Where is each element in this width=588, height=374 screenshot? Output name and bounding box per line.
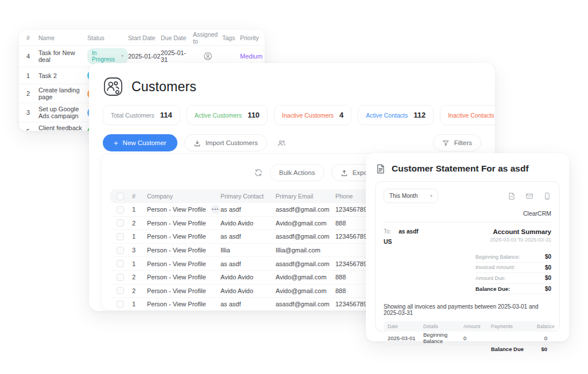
- row-checkbox[interactable]: [117, 206, 124, 213]
- stat-value: 114: [160, 111, 172, 119]
- primary-email: asasdf@gmail.com: [276, 260, 335, 267]
- task-number: 1: [26, 72, 38, 79]
- invoice-table-footer: Balance Due $0: [384, 343, 551, 354]
- select-all-checkbox[interactable]: [117, 193, 124, 200]
- priority-dropdown[interactable]: Medium ▾: [240, 53, 265, 60]
- pdf-icon[interactable]: [508, 192, 516, 200]
- row-checkbox[interactable]: [117, 247, 124, 254]
- download-icon: [194, 139, 201, 147]
- account-summary-period: 2025-03-01 To 2025-03-31: [490, 237, 551, 243]
- row-number: 1: [132, 233, 147, 240]
- col-payments: Payments: [491, 324, 537, 329]
- import-customers-button[interactable]: Import Customers: [184, 134, 267, 151]
- brand-name: ClearCRM: [384, 210, 551, 217]
- company-link[interactable]: Person - View Profile: [147, 206, 206, 213]
- stat-card-inactive-contacts: Inactive Contacts 3: [440, 105, 495, 125]
- task-start-date: 2025-01-02: [128, 53, 161, 60]
- company-link[interactable]: Person - View Profile: [147, 247, 220, 254]
- plus-icon: +: [114, 139, 118, 147]
- col-date: Date: [388, 324, 423, 329]
- row-checkbox[interactable]: [117, 219, 124, 227]
- summary-value: $0: [545, 254, 551, 260]
- col-primary-contact: Primary Contact: [220, 193, 276, 200]
- import-customers-label: Import Customers: [206, 139, 258, 146]
- filters-button[interactable]: Filters: [433, 134, 481, 151]
- summary-value: $0: [545, 286, 551, 292]
- summary-row-balance-due: Balance Due: $0: [475, 284, 551, 295]
- page-title: Customers: [131, 79, 196, 95]
- col-assigned-to: Assigned to: [193, 31, 222, 45]
- summary-label: Amount Due:: [475, 275, 506, 281]
- primary-contact: as asdf: [220, 301, 276, 307]
- period-select[interactable]: This Month ▾: [384, 189, 438, 203]
- summary-row: Invoiced Amount: $0: [475, 263, 551, 274]
- col-due-date: Due Date: [161, 34, 193, 41]
- invoice-date: 2025-03-01: [388, 335, 423, 341]
- phone-icon[interactable]: [543, 192, 551, 200]
- priority-label: Medium: [240, 53, 262, 60]
- company-link[interactable]: Person - View Profile: [147, 260, 220, 267]
- contacts-group-button[interactable]: [274, 134, 289, 151]
- row-number: 1: [132, 301, 147, 307]
- primary-email: Avido@gmail.com: [276, 220, 335, 227]
- chevron-down-icon: ▾: [121, 54, 123, 59]
- email-icon[interactable]: [525, 192, 533, 200]
- company-link[interactable]: Person - View Profile: [147, 274, 220, 280]
- invoice-balance: 0: [537, 335, 547, 341]
- account-summary-title: Account Summary: [490, 228, 551, 235]
- primary-contact: Avido Avido: [220, 274, 276, 280]
- balance-due-value: $0: [537, 346, 547, 352]
- filter-icon: [442, 139, 450, 147]
- task-number: 5: [26, 128, 38, 131]
- customer-statement-panel: Customer Statement For as asdf This Mont…: [366, 153, 569, 341]
- col-details: Details: [423, 324, 463, 329]
- row-checkbox[interactable]: [117, 260, 124, 267]
- more-icon[interactable]: •••: [211, 205, 220, 213]
- company-link[interactable]: Person - View Profile: [147, 233, 220, 240]
- task-name: Task for New deal: [38, 49, 87, 63]
- stat-label: Inactive Contacts: [448, 112, 494, 119]
- primary-email: Avido@gmail.com: [276, 287, 335, 294]
- row-checkbox[interactable]: [117, 301, 124, 308]
- invoice-details: Beginning Balance: [423, 332, 463, 344]
- document-icon: [375, 163, 386, 174]
- showing-text: Showing all invoices and payments betwee…: [384, 303, 551, 316]
- customer-name: as asdf: [399, 228, 418, 235]
- chevron-down-icon: ▾: [430, 194, 432, 198]
- assignee-avatar-icon[interactable]: [193, 52, 222, 61]
- task-name: Create landing page: [38, 87, 87, 100]
- row-checkbox[interactable]: [117, 287, 124, 294]
- summary-label: Beginning Balance:: [475, 254, 520, 260]
- task-name: Task 2: [38, 72, 87, 79]
- bulk-actions-button[interactable]: Bulk Actions: [270, 164, 324, 181]
- primary-contact: as asdf: [220, 233, 276, 240]
- row-checkbox[interactable]: [117, 274, 124, 281]
- refresh-icon[interactable]: [254, 168, 263, 177]
- primary-email: asasdf@gmail.com: [276, 301, 335, 307]
- task-number: 3: [26, 109, 38, 116]
- company-link[interactable]: Person - View Profile: [147, 301, 220, 307]
- company-link[interactable]: Person - View Profile: [147, 287, 220, 294]
- stat-card-active-contacts: Active Contacts 112: [358, 105, 434, 125]
- new-customer-button[interactable]: + New Customer: [103, 134, 177, 151]
- row-checkbox[interactable]: [117, 233, 124, 240]
- col-status: Status: [87, 34, 128, 41]
- row-number: 1: [132, 260, 147, 267]
- company-link[interactable]: Person - View Profile: [147, 220, 220, 227]
- new-customer-label: New Customer: [123, 139, 167, 146]
- primary-contact: as asdf: [220, 260, 276, 267]
- primary-contact: Avido Avido: [220, 287, 276, 294]
- primary-contact: as asdf: [220, 206, 276, 213]
- stat-card-inactive-customers: Inactive Customers 4: [274, 105, 351, 125]
- status-dropdown[interactable]: In Progress ▾: [87, 48, 128, 64]
- row-number: 2: [132, 220, 147, 227]
- summary-value: $0: [545, 275, 551, 281]
- stat-label: Active Customers: [195, 112, 242, 119]
- stat-value: 110: [247, 111, 260, 119]
- primary-email: asasdf@gmail.com: [276, 233, 335, 240]
- stat-label: Total Customers: [111, 112, 154, 119]
- col-num: #: [132, 193, 147, 200]
- row-number: 2: [132, 274, 147, 280]
- task-name: Client feedback review: [38, 124, 87, 131]
- col-balance: Balance: [537, 324, 555, 329]
